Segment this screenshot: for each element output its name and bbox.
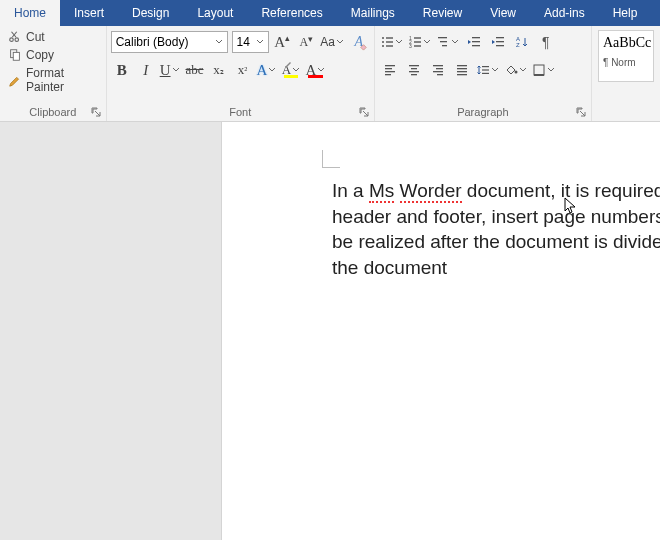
group-clipboard: Cut Copy Format Painter Clipboard [0, 26, 107, 121]
svg-rect-43 [482, 66, 489, 67]
svg-point-0 [10, 38, 14, 42]
tab-design[interactable]: Design [118, 0, 183, 26]
justify-button[interactable] [451, 59, 473, 81]
borders-icon [532, 63, 546, 77]
bullets-button[interactable] [379, 31, 405, 53]
format-painter-button[interactable]: Format Painter [4, 64, 102, 96]
eraser-icon [359, 42, 368, 51]
shrink-font-button[interactable]: A▾ [295, 31, 317, 53]
numbering-icon: 123 [408, 35, 422, 49]
chevron-down-icon [256, 38, 264, 46]
show-hide-button[interactable]: ¶ [535, 31, 557, 53]
document-body-text[interactable]: In a Ms Worder document, it is required … [332, 178, 660, 281]
chevron-down-icon [171, 66, 181, 74]
group-paragraph: 123 AZ ¶ Paragraph [375, 26, 592, 121]
clipboard-launcher[interactable] [90, 106, 102, 118]
font-color-button[interactable]: A [304, 59, 327, 81]
borders-button[interactable] [531, 59, 557, 81]
strikethrough-button[interactable]: abc [184, 59, 206, 81]
copy-label: Copy [26, 48, 54, 62]
subscript-button[interactable]: x [208, 59, 230, 81]
tab-layout[interactable]: Layout [183, 0, 247, 26]
svg-rect-36 [436, 68, 443, 69]
group-clipboard-label: Clipboard [0, 104, 106, 121]
group-paragraph-label: Paragraph [375, 104, 591, 121]
spelling-error[interactable]: Worder [400, 180, 462, 203]
align-left-button[interactable] [379, 59, 401, 81]
svg-point-4 [382, 37, 384, 39]
group-font-label: Font [107, 104, 374, 121]
text-effects-button[interactable]: A [256, 59, 279, 81]
grow-font-button[interactable]: A▴ [271, 31, 293, 53]
font-launcher[interactable] [358, 106, 370, 118]
chevron-down-icon [267, 66, 277, 74]
svg-rect-38 [437, 74, 443, 75]
svg-rect-39 [457, 65, 467, 66]
svg-rect-15 [414, 45, 421, 46]
numbering-button[interactable]: 123 [407, 31, 433, 53]
copy-button[interactable]: Copy [4, 46, 102, 64]
tab-help[interactable]: Help [599, 0, 652, 26]
shading-button[interactable] [503, 59, 529, 81]
cut-button[interactable]: Cut [4, 28, 102, 46]
decrease-indent-button[interactable] [463, 31, 485, 53]
chevron-down-icon [316, 66, 326, 74]
tab-insert[interactable]: Insert [60, 0, 118, 26]
font-name-combo[interactable]: Calibri (Body) [111, 31, 228, 53]
align-center-button[interactable] [403, 59, 425, 81]
copy-icon [8, 48, 22, 62]
svg-rect-16 [438, 37, 447, 38]
bucket-icon [504, 63, 518, 77]
superscript-button[interactable]: x [232, 59, 254, 81]
underline-button[interactable]: U [159, 59, 182, 81]
tab-home[interactable]: Home [0, 0, 60, 26]
font-name-value: Calibri (Body) [116, 35, 189, 49]
svg-rect-27 [385, 65, 395, 66]
svg-rect-30 [385, 74, 391, 75]
svg-rect-13 [414, 41, 421, 42]
svg-rect-45 [482, 73, 489, 74]
chevron-down-icon [335, 38, 345, 46]
ribbon-tabs: Home Insert Design Layout References Mai… [0, 0, 660, 26]
multilevel-icon [436, 35, 450, 49]
svg-rect-31 [409, 65, 419, 66]
multilevel-list-button[interactable] [435, 31, 461, 53]
tab-review[interactable]: Review [409, 0, 476, 26]
increase-indent-button[interactable] [487, 31, 509, 53]
italic-button[interactable]: I [135, 59, 157, 81]
bold-button[interactable]: B [111, 59, 133, 81]
ribbon: Cut Copy Format Painter Clipboard Calibr… [0, 26, 660, 122]
style-normal[interactable]: AaBbCc ¶ Norm [598, 30, 654, 82]
change-case-button[interactable]: Aa [319, 31, 345, 53]
brush-icon [8, 73, 22, 87]
sort-button[interactable]: AZ [511, 31, 533, 53]
tab-addins[interactable]: Add-ins [530, 0, 599, 26]
svg-rect-44 [482, 69, 489, 70]
svg-rect-3 [13, 52, 19, 60]
highlight-button[interactable]: A [280, 59, 302, 81]
spelling-error[interactable]: Ms [369, 180, 394, 203]
line-spacing-button[interactable] [475, 59, 501, 81]
outdent-icon [467, 35, 481, 49]
format-painter-label: Format Painter [26, 66, 98, 94]
svg-rect-40 [457, 68, 467, 69]
document-page[interactable]: In a Ms Worder document, it is required … [222, 122, 660, 540]
svg-rect-5 [386, 37, 393, 38]
svg-rect-42 [457, 74, 467, 75]
tab-mailings[interactable]: Mailings [337, 0, 409, 26]
svg-rect-18 [442, 45, 447, 46]
clear-formatting-button[interactable]: A [348, 31, 370, 53]
svg-point-1 [15, 38, 19, 42]
svg-point-6 [382, 41, 384, 43]
navigation-pane[interactable] [0, 122, 222, 540]
font-size-combo[interactable]: 14 [232, 31, 270, 53]
tab-view[interactable]: View [476, 0, 530, 26]
svg-rect-9 [386, 45, 393, 46]
pilcrow-icon: ¶ [542, 34, 550, 50]
tab-references[interactable]: References [247, 0, 336, 26]
pen-icon [284, 61, 292, 69]
svg-rect-41 [457, 71, 467, 72]
indent-icon [491, 35, 505, 49]
paragraph-launcher[interactable] [575, 106, 587, 118]
align-right-button[interactable] [427, 59, 449, 81]
